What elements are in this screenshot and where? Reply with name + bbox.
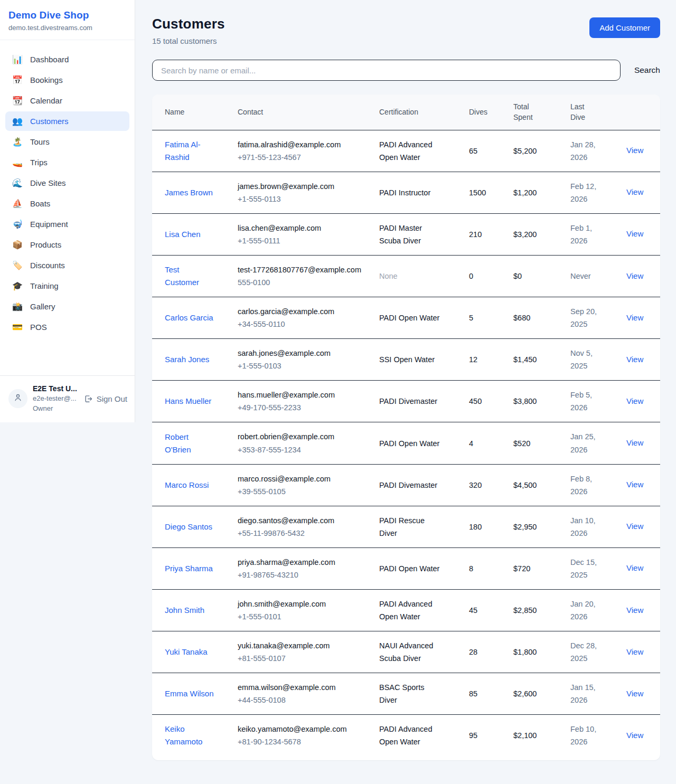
- view-link[interactable]: View: [626, 606, 643, 615]
- customer-name-link[interactable]: Test Customer: [165, 263, 215, 289]
- page-title: Customers: [152, 16, 225, 32]
- view-link[interactable]: View: [626, 689, 643, 698]
- total-spent-value: $3,800: [513, 397, 537, 405]
- cell-contact: keiko.yamamoto@example.com +81-90-1234-5…: [229, 715, 371, 756]
- customer-name-link[interactable]: Hans Mueller: [165, 395, 211, 408]
- cell-actions: View: [618, 429, 660, 458]
- cell-last-dive: Jan 25, 2026: [562, 422, 618, 464]
- view-link[interactable]: View: [626, 438, 643, 447]
- cell-certification: PADI Advanced Open Water: [371, 590, 461, 631]
- view-link[interactable]: View: [626, 522, 643, 531]
- search-input[interactable]: [152, 60, 621, 81]
- last-dive-date: Feb 8, 2026: [570, 473, 603, 498]
- total-spent-value: $2,850: [513, 606, 537, 615]
- user-info: E2E Test U... e2e-tester@... Owner: [33, 383, 77, 414]
- view-link[interactable]: View: [626, 146, 643, 155]
- view-link[interactable]: View: [626, 187, 643, 196]
- sidebar-item-dive-sites[interactable]: 🌊 Dive Sites: [5, 173, 129, 193]
- total-spent-value: $520: [513, 439, 530, 448]
- sidebar-item-training[interactable]: 🎓 Training: [5, 276, 129, 296]
- table-row: Emma Wilson emma.wilson@example.com +44-…: [152, 673, 660, 715]
- sidebar-item-gallery[interactable]: 📸 Gallery: [5, 297, 129, 316]
- cell-total-spent: $3,800: [505, 387, 562, 415]
- cell-name: Marco Rossi: [152, 471, 229, 499]
- view-link[interactable]: View: [626, 313, 643, 322]
- view-link[interactable]: View: [626, 731, 643, 740]
- customer-email: carlos.garcia@example.com: [238, 305, 362, 318]
- customer-name-link[interactable]: Emma Wilson: [165, 687, 214, 700]
- add-customer-button[interactable]: Add Customer: [589, 17, 660, 38]
- sidebar-item-label: Bookings: [30, 75, 63, 84]
- cell-actions: View: [618, 387, 660, 416]
- sidebar-item-products[interactable]: 📦 Products: [5, 235, 129, 254]
- logout-icon: [84, 394, 93, 403]
- cell-name: Carlos Garcia: [152, 304, 229, 332]
- cell-actions: View: [618, 512, 660, 541]
- cell-last-dive: Jan 20, 2026: [562, 590, 618, 631]
- customer-name-link[interactable]: Yuki Tanaka: [165, 646, 208, 658]
- dives-count: 85: [469, 689, 477, 698]
- sidebar-item-trips[interactable]: 🚤 Trips: [5, 153, 129, 172]
- sidebar-item-dashboard[interactable]: 📊 Dashboard: [5, 50, 129, 69]
- sidebar-item-label: Equipment: [30, 220, 68, 229]
- cell-last-dive: Jan 10, 2026: [562, 506, 618, 547]
- sidebar-item-label: Tours: [30, 137, 50, 146]
- customer-name-link[interactable]: Carlos Garcia: [165, 311, 213, 324]
- view-link[interactable]: View: [626, 229, 643, 238]
- total-spent-value: $4,500: [513, 481, 537, 489]
- cell-total-spent: $2,600: [505, 679, 562, 708]
- sidebar-item-discounts[interactable]: 🏷️ Discounts: [5, 256, 129, 275]
- view-link[interactable]: View: [626, 480, 643, 489]
- customer-phone: +353-87-555-1234: [238, 443, 362, 456]
- customer-name-link[interactable]: Sarah Jones: [165, 353, 209, 366]
- nav-icon: 🚤: [12, 158, 23, 167]
- customer-name-link[interactable]: John Smith: [165, 604, 204, 617]
- total-spent-value: $1,450: [513, 355, 537, 364]
- sidebar-item-equipment[interactable]: 🤿 Equipment: [5, 214, 129, 234]
- customer-name-link[interactable]: James Brown: [165, 186, 213, 199]
- view-link[interactable]: View: [626, 271, 643, 280]
- table-row: Sarah Jones sarah.jones@example.com +1-5…: [152, 339, 660, 381]
- customer-name-link[interactable]: Diego Santos: [165, 521, 212, 533]
- cell-total-spent: $680: [505, 304, 562, 332]
- sidebar-item-calendar[interactable]: 📆 Calendar: [5, 91, 129, 110]
- customer-name-link[interactable]: Lisa Chen: [165, 228, 201, 241]
- customer-phone: +81-90-1234-5678: [238, 735, 362, 748]
- customer-name-link[interactable]: Marco Rossi: [165, 479, 209, 492]
- customer-name-link[interactable]: Fatima Al-Rashid: [165, 138, 215, 164]
- view-link[interactable]: View: [626, 563, 643, 572]
- view-link[interactable]: View: [626, 355, 643, 364]
- certification-text: PADI Advanced Open Water: [379, 598, 443, 623]
- sidebar-header: Demo Dive Shop demo.test.divestreams.com: [0, 0, 135, 40]
- certification-text: PADI Advanced Open Water: [379, 723, 443, 748]
- sidebar-item-label: Products: [30, 240, 61, 249]
- user-role: Owner: [33, 404, 77, 414]
- view-link[interactable]: View: [626, 647, 643, 656]
- sidebar-item-tours[interactable]: 🏝️ Tours: [5, 132, 129, 152]
- cell-certification: PADI Divemaster: [371, 387, 461, 415]
- certification-text: PADI Divemaster: [379, 395, 437, 408]
- search-button[interactable]: Search: [634, 65, 660, 75]
- table-row: Robert O'Brien robert.obrien@example.com…: [152, 422, 660, 464]
- nav-icon: ⛵: [12, 200, 23, 208]
- sidebar-item-label: Trips: [30, 158, 48, 167]
- last-dive-date: Nov 5, 2025: [570, 347, 603, 372]
- customer-email: lisa.chen@example.com: [238, 222, 362, 234]
- cell-last-dive: Feb 5, 2026: [562, 381, 618, 422]
- sidebar-item-label: Customers: [30, 117, 69, 126]
- dives-count: 65: [469, 147, 477, 155]
- sidebar-item-boats[interactable]: ⛵ Boats: [5, 194, 129, 213]
- customer-name-link[interactable]: Keiko Yamamoto: [165, 723, 215, 748]
- customer-phone: 555-0100: [238, 276, 362, 289]
- sidebar-item-pos[interactable]: 💳 POS: [5, 317, 129, 337]
- sidebar-item-label: Dive Sites: [30, 178, 66, 187]
- page-subtitle: 15 total customers: [152, 36, 225, 45]
- customer-name-link[interactable]: Priya Sharma: [165, 562, 213, 575]
- certification-text: SSI Open Water: [379, 353, 435, 366]
- sign-out-button[interactable]: Sign Out: [84, 394, 127, 403]
- sidebar-item-customers[interactable]: 👥 Customers: [5, 111, 129, 131]
- total-spent-value: $1,200: [513, 188, 537, 197]
- view-link[interactable]: View: [626, 396, 643, 405]
- customer-name-link[interactable]: Robert O'Brien: [165, 431, 215, 456]
- sidebar-item-bookings[interactable]: 📅 Bookings: [5, 70, 129, 90]
